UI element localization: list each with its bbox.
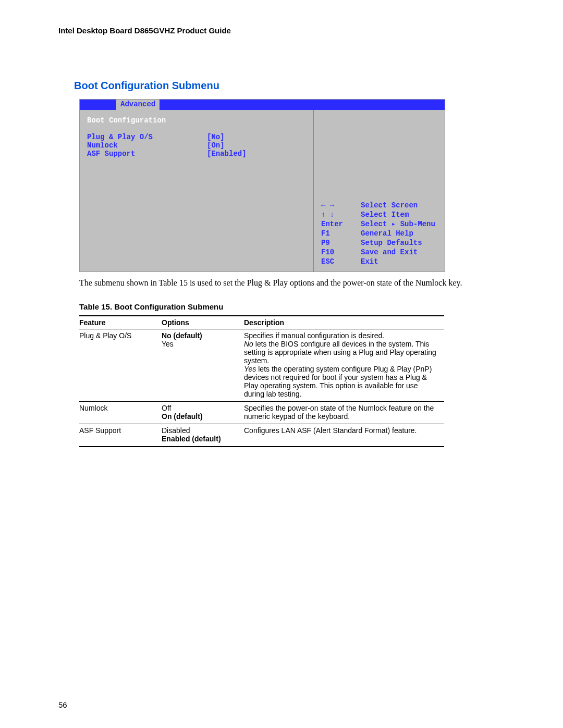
cell-description: Specifies the power-on state of the Numl…: [244, 402, 444, 424]
body-paragraph: The submenu shown in Table 15 is used to…: [79, 277, 507, 289]
table-caption: Table 15. Boot Configuration Submenu: [79, 302, 507, 311]
legend-row: P9 Setup Defaults: [321, 238, 442, 248]
option-default: Enabled (default): [162, 435, 238, 443]
bios-body: Boot Configuration Plug & Play O/S [No] …: [80, 110, 445, 272]
legend-key: ↑ ↓: [321, 210, 361, 219]
legend-desc: Select Screen: [361, 201, 442, 210]
legend-desc: Exit: [361, 257, 442, 266]
cell-options: Disabled Enabled (default): [162, 424, 244, 447]
bios-item-row: Numlock [On]: [87, 141, 306, 150]
th-options: Options: [162, 316, 244, 329]
option: Disabled: [162, 426, 238, 435]
page: Intel Desktop Board D865GVHZ Product Gui…: [0, 0, 563, 728]
feature-table: Feature Options Description Plug & Play …: [79, 315, 444, 447]
bios-right-panel: ← → Select Screen ↑ ↓ Select Item Enter …: [313, 110, 445, 272]
legend-key: ← →: [321, 201, 361, 210]
bios-item-label: ASF Support: [87, 150, 207, 158]
legend-row: ESC Exit: [321, 257, 442, 266]
bios-left-panel: Boot Configuration Plug & Play O/S [No] …: [80, 110, 313, 272]
bios-item-row: ASF Support [Enabled]: [87, 150, 306, 158]
legend-key: ESC: [321, 257, 361, 266]
legend-row: ↑ ↓ Select Item: [321, 210, 442, 219]
bios-item-row: Plug & Play O/S [No]: [87, 133, 306, 141]
legend-desc: Select ▸ Sub-Menu: [361, 219, 442, 229]
legend-key: P9: [321, 238, 361, 248]
bios-screenshot: Advanced Boot Configuration Plug & Play …: [79, 99, 445, 272]
bios-tab-advanced: Advanced: [116, 100, 160, 110]
cell-options: Off On (default): [162, 402, 244, 424]
legend-key: F1: [321, 229, 361, 238]
cell-feature: ASF Support: [79, 424, 162, 447]
desc-text: lets the BIOS configure all devices in t…: [244, 340, 436, 365]
th-description: Description: [244, 316, 444, 329]
legend-desc: General Help: [361, 229, 442, 238]
desc-text: lets the operating system configure Plug…: [244, 365, 432, 398]
bios-submenu-title: Boot Configuration: [87, 116, 306, 125]
legend-key: F10: [321, 248, 361, 257]
bios-tab-bar: Advanced: [80, 100, 445, 110]
table-row: Plug & Play O/S No (default) Yes Specifi…: [79, 329, 444, 402]
bios-item-value: [No]: [207, 133, 306, 141]
cell-feature: Numlock: [79, 402, 162, 424]
option: Yes: [162, 340, 238, 348]
legend-row: ← → Select Screen: [321, 201, 442, 210]
bios-item-label: Plug & Play O/S: [87, 133, 207, 141]
legend-key: Enter: [321, 219, 361, 229]
cell-feature: Plug & Play O/S: [79, 329, 162, 402]
legend-row: F10 Save and Exit: [321, 248, 442, 257]
table-row: Numlock Off On (default) Specifies the p…: [79, 402, 444, 424]
bios-item-value: [Enabled]: [207, 150, 306, 158]
desc-text: Specifies if manual configuration is des…: [244, 331, 384, 340]
legend-desc: Select Item: [361, 210, 442, 219]
section-heading: Boot Configuration Submenu: [74, 80, 507, 92]
desc-em: Yes: [244, 365, 256, 373]
table-header-row: Feature Options Description: [79, 316, 444, 329]
cell-description: Configures LAN ASF (Alert Standard Forma…: [244, 424, 444, 447]
legend-desc: Setup Defaults: [361, 238, 442, 248]
option: Off: [162, 404, 238, 412]
cell-description: Specifies if manual configuration is des…: [244, 329, 444, 402]
bios-legend: ← → Select Screen ↑ ↓ Select Item Enter …: [321, 201, 442, 266]
option-default: On (default): [162, 412, 238, 421]
bios-item-label: Numlock: [87, 141, 207, 150]
option-default: No (default): [162, 331, 238, 340]
desc-em: No: [244, 340, 253, 348]
legend-row: Enter Select ▸ Sub-Menu: [321, 219, 442, 229]
legend-desc: Save and Exit: [361, 248, 442, 257]
cell-options: No (default) Yes: [162, 329, 244, 402]
th-feature: Feature: [79, 316, 162, 329]
table-row: ASF Support Disabled Enabled (default) C…: [79, 424, 444, 447]
legend-row: F1 General Help: [321, 229, 442, 238]
bios-item-value: [On]: [207, 141, 306, 150]
page-number: 56: [58, 700, 67, 709]
document-header: Intel Desktop Board D865GVHZ Product Gui…: [58, 26, 507, 35]
